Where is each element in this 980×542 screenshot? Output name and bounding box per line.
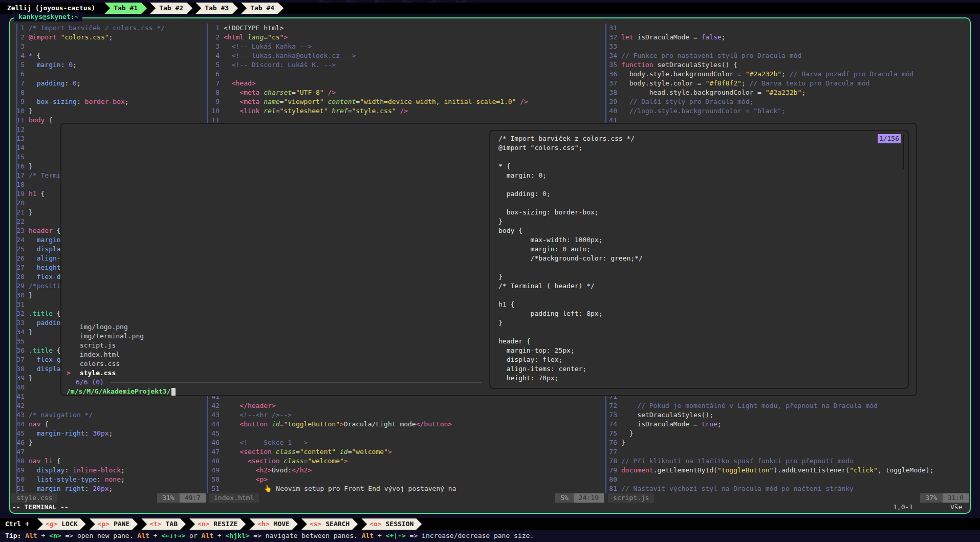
- file-item[interactable]: img/logo.png: [67, 322, 128, 332]
- preview-scrollbar: [903, 135, 904, 169]
- line-number: 10: [209, 106, 220, 116]
- preview-line: [498, 291, 643, 300]
- code-text: <!-- Lukáš Kaňka -->: [224, 42, 312, 51]
- fzf-pointer-icon: [67, 341, 71, 349]
- preview-line: box-sizing: border-box;: [498, 208, 643, 217]
- line-number: 3: [11, 42, 25, 51]
- code-line: 46}: [11, 438, 206, 447]
- code-text: <section class="content" id="welcome">: [224, 447, 392, 457]
- file-item[interactable]: index.html: [67, 350, 120, 359]
- code-line: 9 box-sizing: border-box;: [11, 97, 206, 106]
- code-line: 2<html lang="cs">: [209, 33, 604, 42]
- line-number: 16: [11, 162, 25, 171]
- statusline-position: 31:0: [943, 493, 969, 503]
- file-item[interactable]: img/terminal.png: [67, 332, 144, 341]
- line-number: 75: [608, 429, 617, 438]
- line-number: 9: [11, 97, 25, 106]
- line-number: 6: [11, 70, 25, 79]
- line-number: 18: [11, 180, 25, 189]
- code-text: <!--<hr />-->: [224, 410, 292, 420]
- line-number: 39: [608, 97, 617, 106]
- code-line: 45: [209, 429, 604, 438]
- file-item[interactable]: script.js: [67, 341, 116, 350]
- tab-tab-2[interactable]: Tab #2: [150, 3, 192, 14]
- line-number: 32: [608, 33, 617, 42]
- line-number: 32: [11, 309, 25, 318]
- keybind-session: <o> SESSION: [361, 518, 422, 530]
- code-line: 47: [11, 447, 206, 457]
- code-text: margin-right: 20px;: [29, 484, 113, 493]
- code-text: <meta name="viewport" content="width=dev…: [224, 97, 528, 106]
- line-number: 13: [11, 134, 25, 143]
- code-text: document.getElementById("toggleButton").…: [621, 466, 934, 475]
- code-text: <!-- Discord: Lukáš K. -->: [224, 60, 336, 70]
- code-line: 8 <meta charset="UTF-8" />: [209, 88, 604, 97]
- line-number: 8: [209, 88, 220, 97]
- code-text: </header>: [224, 401, 276, 410]
- code-line: 9 <meta name="viewport" content="width=d…: [209, 97, 604, 106]
- code-text: <!-- lukas.kanka@outlook.cz -->: [224, 51, 356, 60]
- code-line: 32let isDraculaMode = false;: [608, 33, 969, 42]
- code-text: }: [29, 291, 33, 300]
- scroll-position: Vše: [950, 503, 962, 512]
- preview-content: /* Import barviček z colors.css */@impor…: [498, 134, 643, 383]
- file-item[interactable]: colors.css: [67, 359, 120, 368]
- line-number: 43: [11, 410, 25, 420]
- keybind-move: <h> MOVE: [249, 518, 298, 530]
- preview-line: }: [498, 318, 643, 328]
- line-number: 48: [11, 457, 25, 466]
- code-line: 78// Při kliknutí na tlačítko spusť funk…: [608, 457, 969, 466]
- code-line: 42: [11, 401, 206, 410]
- code-line: 49 <h2>Úvod:</h2>: [209, 466, 604, 475]
- line-number: 14: [11, 143, 25, 153]
- file-name: script.js: [80, 341, 116, 349]
- code-text: }: [29, 162, 33, 171]
- code-line: 10 <link rel="stylesheet" href="style.cs…: [209, 106, 604, 116]
- code-text: <head>: [224, 79, 256, 88]
- code-text: * {: [29, 51, 40, 60]
- tab-tab-3[interactable]: Tab #3: [195, 3, 238, 14]
- line-number: 51: [209, 484, 220, 493]
- code-text: margin: [29, 235, 61, 245]
- code-line: 48nav li {: [11, 457, 206, 466]
- code-text: body.style.color = "#f8f8f2"; // Barva t…: [621, 79, 869, 88]
- line-number: 1: [209, 24, 220, 33]
- floating-fzf-window[interactable]: img/logo.png img/terminal.png script.js …: [60, 123, 917, 396]
- line-number: 8: [11, 88, 25, 97]
- line-number: 31: [11, 300, 25, 309]
- code-line: 77: [608, 447, 969, 457]
- code-line: 10}: [11, 106, 206, 116]
- code-text: .title {: [29, 346, 61, 355]
- fzf-info-separator: [111, 382, 482, 383]
- code-text: padding: 0;: [29, 79, 81, 88]
- tab-tab-1[interactable]: Tab #1: [104, 3, 147, 14]
- line-number: 42: [11, 401, 25, 410]
- line-number: 29: [11, 281, 25, 291]
- preview-line: header {: [498, 337, 643, 346]
- code-line: 6: [11, 70, 206, 79]
- preview-line: }: [498, 272, 643, 281]
- code-text: }: [29, 328, 33, 337]
- code-text: paddin: [29, 318, 61, 328]
- line-number: 38: [11, 364, 25, 374]
- fzf-match-count: 6/6 (0): [76, 378, 104, 387]
- keybind-pane: <p> PANE: [90, 518, 138, 530]
- line-number: 80: [608, 475, 617, 484]
- line-number: 33: [608, 42, 617, 51]
- file-item[interactable]: >style.css: [67, 368, 116, 378]
- code-line: 37 body.style.color = "#f8f8f2"; // Barv…: [608, 79, 969, 88]
- code-text: flex-d: [29, 272, 61, 281]
- code-line: 35function setDraculaStyles() {: [608, 60, 969, 70]
- code-text: }: [29, 208, 33, 217]
- code-text: h1 {: [29, 189, 45, 199]
- preview-line: body {: [498, 226, 643, 235]
- statusline-percent: 31%: [157, 493, 179, 503]
- line-number: 35: [11, 337, 25, 346]
- code-text: <!-- Sekce 1 -->: [224, 438, 308, 447]
- statusline-style-css: style.css31%49:7: [11, 493, 206, 503]
- line-number: 48: [209, 457, 220, 466]
- fzf-prompt-input[interactable]: /m/s/M/G/AkademieProjekt3/: [67, 387, 176, 396]
- line-number: 1: [11, 24, 25, 33]
- code-line: 2@import "colors.css";: [11, 33, 206, 42]
- tab-tab-4[interactable]: Tab #4: [241, 3, 284, 14]
